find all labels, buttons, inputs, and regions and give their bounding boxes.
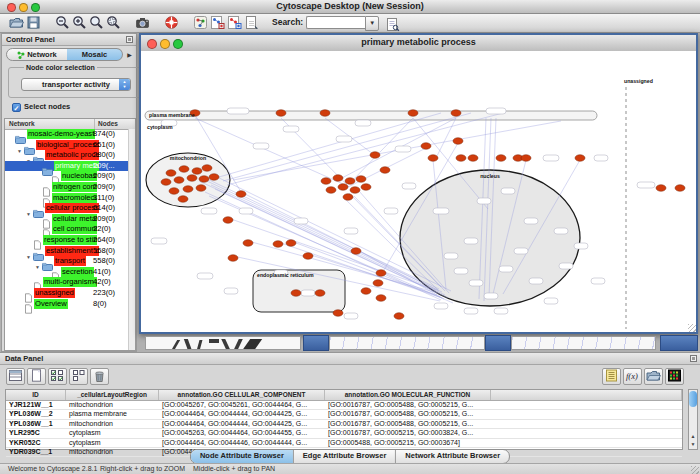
import-attrs-icon[interactable] xyxy=(644,368,663,385)
network-node[interactable] xyxy=(575,155,585,162)
network-node[interactable] xyxy=(333,175,343,182)
zoom-in-icon[interactable] xyxy=(71,15,88,31)
delete-attr-icon[interactable] xyxy=(90,368,109,385)
network-node[interactable] xyxy=(166,170,176,177)
resize-grip-icon[interactable] xyxy=(691,466,699,474)
search-options-button[interactable] xyxy=(384,17,401,33)
tree-row[interactable]: ▼cellular process614(0) xyxy=(5,203,128,214)
background-window-edge[interactable] xyxy=(485,335,511,351)
network-node[interactable] xyxy=(370,152,380,159)
network-node[interactable] xyxy=(656,185,666,192)
network-node[interactable] xyxy=(376,270,386,277)
attr-table-icon[interactable] xyxy=(6,368,25,385)
network-node[interactable] xyxy=(223,217,233,224)
tab-overflow-button[interactable]: ▶ xyxy=(125,50,134,60)
network-node[interactable] xyxy=(338,184,348,191)
network-window-titlebar[interactable]: primary metabolic process xyxy=(141,35,696,52)
tree-row[interactable]: cellular metabol209(0) xyxy=(5,214,128,225)
tree-row[interactable]: ▼metabolic process280(0) xyxy=(5,150,128,161)
search-input[interactable] xyxy=(307,24,365,33)
network-node[interactable] xyxy=(361,288,371,295)
tree-scrollbar[interactable] xyxy=(128,129,135,350)
network-node[interactable] xyxy=(199,176,209,183)
scroll-down-icon[interactable]: ▼ xyxy=(689,440,697,448)
tree-row[interactable]: ▼establishment of lo558(0) xyxy=(5,246,128,257)
vizmapper-icon[interactable] xyxy=(163,15,180,31)
network-node[interactable] xyxy=(303,253,313,260)
network-node[interactable] xyxy=(321,178,331,185)
background-window-fragment[interactable] xyxy=(145,336,301,350)
tree-row[interactable]: unassigned223(0) xyxy=(5,288,128,299)
background-window-edge[interactable] xyxy=(303,335,329,351)
tab-network-attribute-browser[interactable]: Network Attribute Browser xyxy=(396,450,509,463)
new-attr-icon[interactable] xyxy=(27,368,46,385)
search-dropdown-button[interactable]: ▼ xyxy=(365,16,379,31)
tab-mosaic[interactable]: Mosaic xyxy=(67,48,123,61)
network-node[interactable] xyxy=(320,110,330,117)
network-node[interactable] xyxy=(178,196,188,203)
edit-edges-icon[interactable] xyxy=(226,15,243,31)
network-node[interactable] xyxy=(468,155,478,162)
network-node[interactable] xyxy=(333,310,343,317)
network-canvas[interactable]: plasma membranecytoplasmmitochondrionnuc… xyxy=(141,51,696,332)
open-icon[interactable] xyxy=(8,15,25,31)
network-node[interactable] xyxy=(196,185,206,192)
network-node[interactable] xyxy=(315,290,325,297)
network-node[interactable] xyxy=(209,174,219,181)
network-node[interactable] xyxy=(187,175,197,182)
network-node[interactable] xyxy=(276,110,286,117)
column-header[interactable]: _cellularLayoutRegion xyxy=(66,390,159,400)
network-node[interactable] xyxy=(161,179,171,186)
tree-row[interactable]: ▼transport558(0) xyxy=(5,256,128,267)
attr-list-icon[interactable] xyxy=(602,368,621,385)
background-window-edge[interactable] xyxy=(660,335,698,351)
tree-row[interactable]: secretion41(0) xyxy=(5,267,128,278)
tree-row[interactable]: cell communicat22(0) xyxy=(5,224,128,235)
tree-row[interactable]: macromolecule311(0) xyxy=(5,193,128,204)
node-color-dropdown[interactable]: transporter activity ▲▼ xyxy=(21,78,131,91)
background-window-fragment[interactable] xyxy=(329,336,485,350)
network-node[interactable] xyxy=(361,184,371,191)
network-node[interactable] xyxy=(421,143,431,150)
network-node[interactable] xyxy=(291,290,301,297)
save-icon[interactable] xyxy=(25,15,42,31)
network-node[interactable] xyxy=(243,240,253,247)
tab-network[interactable]: Network xyxy=(6,48,68,61)
tree-row[interactable]: mosaic-demo-yeast874(0) xyxy=(5,129,128,140)
network-node[interactable] xyxy=(373,280,383,287)
scrollbar-thumb[interactable] xyxy=(689,391,697,407)
network-node[interactable] xyxy=(192,168,202,175)
network-node[interactable] xyxy=(394,313,404,320)
zoom-fit-icon[interactable] xyxy=(88,15,105,31)
tree-row[interactable]: nitrogen compo209(0) xyxy=(5,182,128,193)
tree-row[interactable]: ▼primary metabo209(... xyxy=(5,161,128,172)
network-node[interactable] xyxy=(356,176,366,183)
table-row[interactable]: YLR295Ccytoplasm[GO:0045263, GO:0044464,… xyxy=(6,429,682,438)
network-node[interactable] xyxy=(345,178,355,185)
network-node[interactable] xyxy=(202,165,212,172)
snapshot-icon[interactable] xyxy=(134,15,151,31)
table-scrollbar[interactable]: ▲ ▼ xyxy=(688,389,698,450)
network-node[interactable] xyxy=(236,191,246,198)
network-node[interactable] xyxy=(183,186,193,193)
network-node[interactable] xyxy=(376,295,386,302)
tree-row[interactable]: nucleobase-209(0) xyxy=(5,171,128,182)
network-node[interactable] xyxy=(350,187,360,194)
background-window-fragment[interactable] xyxy=(511,336,656,350)
network-node[interactable] xyxy=(675,185,685,192)
tree-row[interactable]: ▼biological_process651(0) xyxy=(5,140,128,151)
table-row[interactable]: YJR121W__1mitochondrion[GO:0045267, GO:0… xyxy=(6,401,682,410)
select-nodes-checkbox[interactable]: ✓ xyxy=(12,103,21,112)
annotation-icon[interactable] xyxy=(243,15,260,31)
network-node[interactable] xyxy=(351,248,361,255)
matrix-icon[interactable] xyxy=(665,368,684,385)
tree-row[interactable]: multi-organism pro42(0) xyxy=(5,277,128,288)
network-node[interactable] xyxy=(453,138,463,145)
tab-edge-attribute-browser[interactable]: Edge Attribute Browser xyxy=(294,450,396,463)
tree-row[interactable]: response to stimulu264(0) xyxy=(5,235,128,246)
column-header[interactable]: annotation.GO MOLECULAR_FUNCTION xyxy=(325,390,491,400)
network-node[interactable] xyxy=(428,155,438,162)
table-row[interactable]: YPL036W__2plasma membrane[GO:0044464, GO… xyxy=(6,410,682,419)
float-panel-icon[interactable] xyxy=(126,36,133,43)
network-node[interactable] xyxy=(456,155,466,162)
